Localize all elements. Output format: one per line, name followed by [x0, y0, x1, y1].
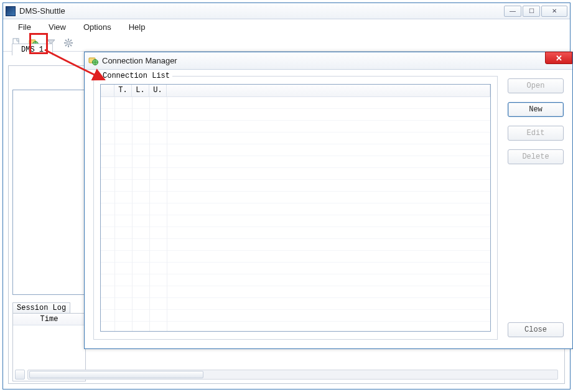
titlebar[interactable]: DMS-Shuttle — ☐ ✕ — [3, 3, 570, 19]
horizontal-scrollbar[interactable] — [27, 370, 558, 380]
scrollbar-thumb[interactable] — [29, 371, 203, 378]
col-rest[interactable] — [167, 85, 490, 96]
document-tab[interactable]: DMS 1 — [12, 44, 53, 55]
svg-line-10 — [70, 40, 72, 41]
connection-list-rows[interactable] — [101, 97, 490, 331]
col-t[interactable]: T. — [114, 85, 132, 96]
menubar: File View Options Help — [3, 19, 570, 34]
connection-list-grid[interactable]: T. L. U. — [100, 84, 491, 332]
grid-vline — [167, 97, 167, 331]
globe-connect-icon — [88, 56, 98, 66]
edit-button[interactable]: Edit — [508, 126, 564, 141]
open-button[interactable]: Open — [508, 78, 564, 93]
minimize-button[interactable]: — — [504, 6, 521, 17]
new-button[interactable]: New — [508, 102, 564, 117]
window-title: DMS-Shuttle — [19, 6, 65, 16]
col-u[interactable]: U. — [149, 85, 167, 96]
grid-vline — [114, 97, 115, 331]
gear-icon — [63, 38, 73, 48]
menu-view[interactable]: View — [40, 21, 75, 34]
menu-options[interactable]: Options — [75, 21, 120, 34]
connection-list-label: Connection List — [100, 72, 172, 80]
menu-help[interactable]: Help — [120, 21, 154, 34]
menu-file[interactable]: File — [9, 21, 40, 34]
settings-button[interactable] — [60, 35, 77, 50]
dialog-titlebar[interactable]: Connection Manager ✕ — [85, 52, 572, 70]
maximize-button[interactable]: ☐ — [523, 6, 540, 17]
close-button[interactable]: Close — [508, 322, 564, 337]
tree-panel[interactable] — [12, 90, 86, 295]
scroll-anchor[interactable] — [15, 370, 25, 380]
session-log-time-header[interactable]: Time — [13, 314, 85, 325]
connection-manager-dialog: Connection Manager ✕ Connection List T. … — [84, 52, 573, 349]
svg-line-8 — [65, 40, 67, 41]
delete-button[interactable]: Delete — [508, 149, 564, 164]
col-l[interactable]: L. — [132, 85, 149, 96]
grid-vline — [132, 97, 133, 331]
svg-line-9 — [70, 45, 72, 46]
svg-point-3 — [67, 41, 70, 45]
grid-vline — [149, 97, 150, 331]
svg-line-11 — [65, 45, 67, 46]
connection-list-header: T. L. U. — [101, 85, 490, 97]
app-icon — [6, 6, 16, 16]
dialog-title: Connection Manager — [102, 56, 177, 65]
connection-list-group: Connection List T. L. U. — [93, 76, 498, 340]
col-blank[interactable] — [101, 85, 114, 96]
close-button[interactable]: ✕ — [541, 6, 567, 17]
dialog-close-button[interactable]: ✕ — [545, 52, 572, 64]
dialog-button-column: Open New Edit Delete — [508, 78, 564, 164]
toolbar — [3, 34, 570, 52]
session-log-tab[interactable]: Session Log — [12, 302, 70, 314]
